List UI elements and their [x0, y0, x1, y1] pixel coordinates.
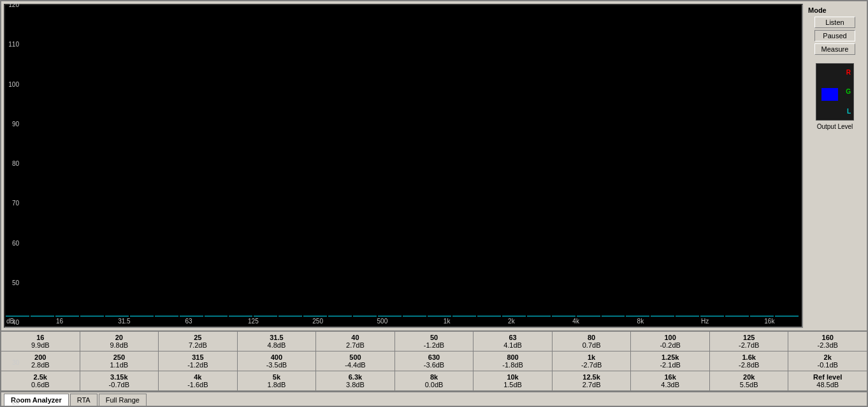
cell-val-20k: 5.5dB — [740, 381, 758, 389]
cell-val-12.5k: 2.7dB — [582, 381, 601, 389]
data-cell-3.15k: 3.15k-0.7dB — [80, 371, 159, 390]
data-cell-400: 400-3.5dB — [238, 352, 317, 371]
chart-section: 120 110 100 90 80 70 60 50 40 30 20 — [4, 4, 803, 328]
cell-freq-6.3k: 6.3k — [349, 373, 362, 381]
bar-50 — [130, 316, 154, 316]
x-label-8k: 8k — [608, 318, 672, 325]
bar-8k — [676, 316, 699, 316]
cell-freq-63: 63 — [509, 334, 516, 341]
bar-12.5k — [725, 316, 749, 316]
cell-val-5k: 1.8dB — [268, 381, 286, 389]
data-cell-16k: 16k4.3dB — [631, 371, 710, 390]
cell-val-100: -0.2dB — [660, 341, 680, 349]
bar-container-4k — [601, 316, 626, 316]
data-cell-6.3k: 6.3k3.8dB — [316, 371, 395, 390]
content-area: 120 110 100 90 80 70 60 50 40 30 20 — [1, 1, 867, 330]
output-level-section: R G L Output Level — [806, 63, 864, 130]
bar-200 — [278, 316, 302, 316]
cell-val-20: 9.8dB — [110, 341, 128, 349]
cell-freq-80: 80 — [588, 334, 595, 341]
bar-1k — [452, 316, 476, 316]
bar-container-125 — [228, 316, 253, 316]
cell-val-125: -2.7dB — [739, 341, 759, 349]
cell-freq-630: 630 — [428, 353, 440, 361]
data-cell-63: 634.1dB — [474, 332, 553, 351]
measure-button[interactable]: Measure — [814, 43, 855, 55]
bar-container-1.6k — [502, 316, 526, 316]
bar-container-80 — [179, 316, 204, 316]
bar-1.6k — [502, 316, 526, 316]
data-cell-20: 209.8dB — [80, 332, 159, 351]
bar-2.5k — [552, 316, 575, 316]
cell-freq-125: 125 — [743, 334, 755, 341]
bar-630 — [403, 316, 426, 316]
cell-val-250: 1.1dB — [110, 361, 128, 369]
cell-freq-2k: 2k — [824, 353, 832, 361]
bar-container-800 — [427, 316, 452, 316]
bar-container-8k — [675, 316, 700, 316]
data-row-2: 2.5k0.6dB3.15k-0.7dB4k-1.6dB5k1.8dB6.3k3… — [1, 371, 867, 391]
cell-freq-500: 500 — [349, 353, 361, 361]
cell-val-50: -1.2dB — [424, 341, 444, 349]
bar-500 — [378, 316, 401, 316]
bar-4k — [602, 316, 625, 316]
cell-freq-16: 16 — [36, 334, 44, 341]
bar-3.15k — [577, 316, 600, 316]
cell-freq-8k: 8k — [430, 373, 438, 381]
x-label-1k: 1k — [415, 318, 479, 325]
data-cell-50: 50-1.2dB — [395, 332, 474, 351]
data-cell-40: 402.7dB — [316, 332, 395, 351]
data-cell-1k: 1k-2.7dB — [553, 352, 632, 371]
data-cell-80: 800.7dB — [553, 332, 632, 351]
level-marker-l: L — [847, 108, 851, 115]
bar-container-160 — [253, 316, 278, 316]
bar-container-250 — [303, 316, 328, 316]
bar-125 — [229, 316, 252, 316]
bar-160 — [254, 316, 277, 316]
level-marker-g: G — [846, 88, 851, 95]
cell-val-200: 2.8dB — [31, 361, 50, 369]
cell-freq-200: 200 — [34, 353, 46, 361]
bar-800 — [428, 316, 451, 316]
cell-val-8k: 0.0dB — [425, 381, 444, 389]
bar-6.3k — [651, 316, 674, 316]
cell-val-3.15k: -0.7dB — [109, 381, 129, 389]
bar-container-63 — [154, 316, 179, 316]
cell-freq-25: 25 — [194, 334, 201, 341]
data-cell-315: 315-1.2dB — [159, 352, 238, 371]
level-meter: R G L — [816, 63, 854, 121]
x-label-31.5: 31.5 — [92, 318, 156, 325]
bar-container-31.5 — [80, 316, 105, 316]
cell-val-1.25k: -2.1dB — [660, 361, 680, 369]
bar-container-2.5k — [551, 316, 576, 316]
bar-1.25k — [477, 316, 501, 316]
x-label-500: 500 — [350, 318, 414, 325]
bar-container-16k — [749, 316, 774, 316]
tab-full-range[interactable]: Full Range — [99, 394, 147, 406]
data-cell-630: 630-3.6dB — [395, 352, 474, 371]
cell-val-40: 2.7dB — [346, 341, 365, 349]
bar-container-16 — [5, 316, 30, 316]
data-cell-20k: 20k5.5dB — [710, 371, 789, 390]
bottom-tabs: Room AnalyzerRTAFull Range — [1, 391, 867, 406]
cell-val-160: -2.3dB — [818, 341, 838, 349]
bar-container-20 — [30, 316, 55, 316]
bar-container-25 — [55, 316, 80, 316]
listen-button[interactable]: Listen — [814, 17, 855, 28]
cell-val-630: -3.6dB — [424, 361, 444, 369]
chart-with-yaxis: 120 110 100 90 80 70 60 50 40 30 20 — [5, 5, 802, 316]
paused-button[interactable]: Paused — [814, 30, 855, 41]
bar-25 — [55, 316, 79, 316]
level-bar-blue — [821, 88, 838, 101]
bar-container-40 — [105, 316, 129, 316]
bar-container-1k — [452, 316, 477, 316]
bar-16k — [750, 316, 774, 316]
cell-val-1.6k: -2.8dB — [739, 361, 759, 369]
tab-rta[interactable]: RTA — [70, 394, 98, 406]
bar-container-500 — [377, 316, 402, 316]
bar-400 — [353, 316, 377, 316]
bar-5k — [626, 316, 649, 316]
cell-val-63: 4.1dB — [503, 341, 522, 349]
cell-val-1k: -2.7dB — [581, 361, 602, 369]
cell-val-31.5: 4.8dB — [268, 341, 286, 349]
